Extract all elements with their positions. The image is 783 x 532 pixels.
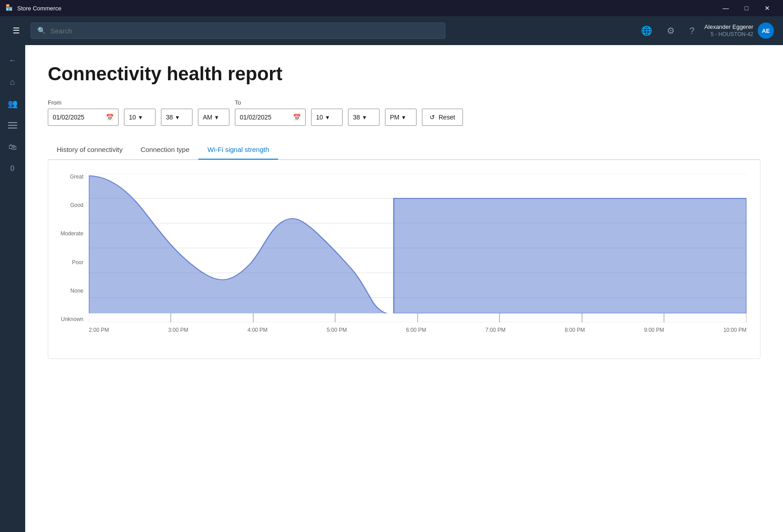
x-label-2pm: 2:00 PM — [89, 327, 109, 333]
x-label-8pm: 8:00 PM — [565, 327, 585, 333]
to-label: To — [235, 99, 306, 106]
from-minute-chevron: ▾ — [176, 114, 179, 121]
sidebar-item-menu[interactable] — [3, 115, 23, 135]
reset-icon: ↺ — [430, 114, 435, 121]
y-label-unknown: Unknown — [53, 316, 89, 322]
top-nav: ☰ 🔍 🌐 ⚙ ? Alexander Eggerer 5 - HOUSTON-… — [0, 16, 783, 45]
to-date-field[interactable] — [240, 114, 289, 121]
to-hour-value: 10 — [316, 114, 323, 121]
reset-button[interactable]: ↺ Reset — [422, 109, 463, 126]
minimize-button[interactable]: — — [715, 0, 736, 16]
help-button[interactable]: ? — [687, 23, 697, 39]
app-icon: 🏪 — [5, 4, 14, 12]
to-date-input[interactable]: 📅 — [235, 109, 306, 126]
maximize-button[interactable]: □ — [736, 0, 757, 16]
main-layout: ← ⌂ 👥 🛍 0 Connectivity health report Fro… — [0, 45, 783, 532]
x-label-9pm: 9:00 PM — [644, 327, 664, 333]
chart-svg — [89, 174, 746, 322]
from-minute-value: 38 — [166, 114, 173, 121]
content-area: Connectivity health report From 📅 10 ▾ 3… — [25, 45, 783, 532]
x-axis: 2:00 PM 3:00 PM 4:00 PM 5:00 PM 6:00 PM … — [89, 322, 746, 345]
sidebar-item-home[interactable]: ⌂ — [3, 72, 23, 92]
search-bar[interactable]: 🔍 — [31, 23, 445, 39]
from-field-group: From 📅 — [48, 99, 119, 126]
hamburger-button[interactable]: ☰ — [9, 22, 23, 39]
x-label-3pm: 3:00 PM — [168, 327, 188, 333]
to-hour-select[interactable]: 10 ▾ — [311, 109, 343, 126]
svg-rect-0 — [8, 122, 17, 123]
date-range-controls: From 📅 10 ▾ 38 ▾ AM ▾ To — [48, 99, 760, 126]
y-label-moderate: Moderate — [53, 230, 89, 237]
window-controls: — □ ✕ — [715, 0, 778, 16]
user-section: Alexander Eggerer 5 - HOUSTON-42 AE — [705, 23, 774, 39]
to-ampm-value: PM — [390, 114, 399, 121]
chart-area: Great Good Moderate Poor None Unknown — [53, 174, 746, 345]
chart-container: Great Good Moderate Poor None Unknown — [48, 160, 760, 359]
close-button[interactable]: ✕ — [757, 0, 778, 16]
y-label-poor: Poor — [53, 259, 89, 266]
search-icon: 🔍 — [37, 27, 46, 35]
user-info: Alexander Eggerer 5 - HOUSTON-42 — [705, 23, 753, 38]
y-label-good: Good — [53, 202, 89, 208]
x-label-6pm: 6:00 PM — [406, 327, 426, 333]
from-ampm-select[interactable]: AM ▾ — [198, 109, 229, 126]
from-date-field[interactable] — [53, 114, 102, 121]
title-bar: 🏪 Store Commerce — □ ✕ — [0, 0, 783, 16]
from-date-input[interactable]: 📅 — [48, 109, 119, 126]
tab-wifi[interactable]: Wi-Fi signal strength — [198, 140, 278, 160]
to-field-group: To 📅 — [235, 99, 306, 126]
to-hour-chevron: ▾ — [326, 114, 329, 121]
hamburger-icon: ☰ — [13, 26, 20, 35]
to-ampm-select[interactable]: PM ▾ — [385, 109, 417, 126]
from-ampm-value: AM — [203, 114, 212, 121]
sidebar-item-back[interactable]: ← — [3, 50, 23, 70]
from-ampm-chevron: ▾ — [215, 114, 218, 121]
to-minute-select[interactable]: 38 ▾ — [348, 109, 380, 126]
y-axis: Great Good Moderate Poor None Unknown — [53, 174, 89, 322]
chart-plot — [89, 174, 746, 322]
svg-rect-2 — [8, 128, 17, 128]
tabs: History of connectivity Connection type … — [48, 140, 760, 160]
from-hour-chevron: ▾ — [139, 114, 142, 121]
y-label-none: None — [53, 288, 89, 294]
tab-connection[interactable]: Connection type — [132, 140, 198, 160]
x-label-4pm: 4:00 PM — [247, 327, 268, 333]
from-label: From — [48, 99, 119, 106]
to-calendar-icon[interactable]: 📅 — [293, 114, 301, 121]
page-title: Connectivity health report — [48, 63, 760, 85]
from-calendar-icon[interactable]: 📅 — [106, 114, 114, 121]
to-minute-value: 38 — [353, 114, 360, 121]
app-title: Store Commerce — [17, 5, 715, 12]
user-subtitle: 5 - HOUSTON-42 — [705, 31, 753, 38]
from-hour-value: 10 — [129, 114, 136, 121]
sidebar: ← ⌂ 👥 🛍 0 — [0, 45, 25, 532]
user-name: Alexander Eggerer — [705, 23, 753, 31]
reset-label: Reset — [439, 114, 455, 121]
tab-history[interactable]: History of connectivity — [48, 140, 132, 160]
sidebar-item-zero[interactable]: 0 — [3, 159, 23, 179]
settings-button[interactable]: ⚙ — [664, 23, 678, 39]
y-label-great: Great — [53, 174, 89, 180]
search-input[interactable] — [50, 27, 439, 35]
to-minute-chevron: ▾ — [363, 114, 366, 121]
to-ampm-chevron: ▾ — [402, 114, 405, 121]
nav-icons: 🌐 ⚙ ? — [638, 23, 697, 39]
globe-button[interactable]: 🌐 — [638, 23, 655, 39]
x-label-7pm: 7:00 PM — [485, 327, 506, 333]
sidebar-item-orders[interactable]: 🛍 — [3, 137, 23, 157]
from-minute-select[interactable]: 38 ▾ — [161, 109, 192, 126]
svg-rect-1 — [8, 125, 17, 126]
from-hour-select[interactable]: 10 ▾ — [124, 109, 156, 126]
user-avatar[interactable]: AE — [758, 23, 774, 39]
x-label-5pm: 5:00 PM — [327, 327, 347, 333]
sidebar-item-customers[interactable]: 👥 — [3, 94, 23, 114]
x-label-10pm: 10:00 PM — [723, 327, 746, 333]
